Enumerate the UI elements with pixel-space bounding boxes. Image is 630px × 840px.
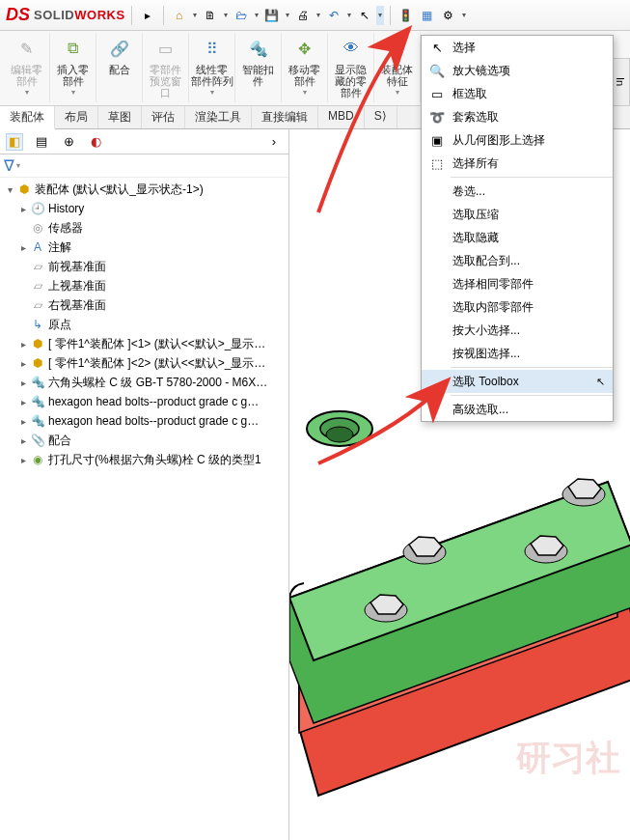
feature-filter-bar: ∇ ▾ bbox=[0, 154, 288, 178]
watermark-text: 研习社 bbox=[516, 735, 620, 782]
open-dd[interactable]: ▾ bbox=[253, 6, 260, 25]
tab-more[interactable]: S⟩ bbox=[365, 106, 397, 128]
tab-direct-edit[interactable]: 直接编辑 bbox=[252, 106, 318, 128]
menu-magnifier[interactable]: 🔍放大镜选项 bbox=[422, 59, 613, 82]
tree-history[interactable]: ▸🕘History bbox=[0, 199, 288, 218]
save-icon[interactable]: 💾 bbox=[262, 6, 282, 25]
tree-annotations[interactable]: ▸A注解 bbox=[0, 238, 288, 257]
select-cursor-icon[interactable]: ↖ bbox=[355, 6, 374, 25]
menu-select-all[interactable]: ⬚选择所有 bbox=[422, 152, 613, 175]
side-task-pane-button[interactable]: In bbox=[611, 58, 630, 106]
tree-part-2[interactable]: ▸⬢[ 零件1^装配体 ]<2> (默认<<默认>_显示… bbox=[0, 353, 288, 373]
logo-ds: DS bbox=[6, 5, 30, 25]
tree-top-plane[interactable]: ▱上视基准面 bbox=[0, 276, 288, 295]
insert-component-button[interactable]: ⧉插入零部件▾ bbox=[50, 33, 96, 102]
menu-select-suppressed[interactable]: 选取压缩 bbox=[422, 203, 613, 226]
menu-select-hidden[interactable]: 选取隐藏 bbox=[422, 226, 613, 249]
tab-assembly[interactable]: 装配体 bbox=[0, 106, 55, 129]
select-dd[interactable]: ▾ bbox=[376, 6, 384, 25]
menu-select[interactable]: ↖选择 bbox=[422, 36, 613, 59]
mate-button[interactable]: 🔗配合 bbox=[96, 33, 143, 102]
cursor-pointer-icon: ↖ bbox=[596, 376, 605, 388]
edit-component-button[interactable]: ✎编辑零部件▾ bbox=[4, 33, 50, 102]
new-icon[interactable]: 🗎 bbox=[201, 6, 220, 25]
open-icon[interactable]: 🗁 bbox=[232, 6, 251, 25]
tab-render[interactable]: 渲染工具 bbox=[185, 106, 252, 128]
tree-part-1[interactable]: ▸⬢[ 零件1^装配体 ]<1> (默认<<默认>_显示… bbox=[0, 334, 288, 353]
magnifier-icon: 🔍 bbox=[425, 61, 449, 80]
fm-config-icon[interactable]: ⊕ bbox=[60, 133, 77, 151]
menu-select-identical[interactable]: 选择相同零部件 bbox=[422, 272, 613, 295]
menu-box-select[interactable]: ▭框选取 bbox=[422, 82, 613, 105]
tab-sketch[interactable]: 草图 bbox=[98, 106, 142, 128]
print-icon[interactable]: 🖨 bbox=[293, 6, 313, 25]
show-hidden-button[interactable]: 👁显示隐藏的零部件 bbox=[328, 33, 374, 102]
home-dd[interactable]: ▾ bbox=[191, 6, 199, 25]
fm-expand-icon[interactable]: › bbox=[265, 133, 283, 151]
menu-select-by-view[interactable]: 按视图选择... bbox=[422, 342, 613, 365]
tab-evaluate[interactable]: 评估 bbox=[142, 106, 185, 128]
lasso-icon: ➰ bbox=[425, 107, 449, 126]
svg-marker-8 bbox=[568, 479, 601, 498]
geometry-select-icon: ▣ bbox=[425, 130, 449, 150]
options-icon[interactable]: ▦ bbox=[418, 6, 437, 25]
fm-tree-icon[interactable]: ◧ bbox=[6, 133, 23, 151]
fm-display-icon[interactable]: ◐ bbox=[87, 133, 104, 151]
tab-layout[interactable]: 布局 bbox=[55, 106, 98, 128]
title-bar: DS SOLIDWORKS ▸ ⌂ ▾ 🗎 ▾ 🗁 ▾ 💾 ▾ 🖨 ▾ ↶ ▾ … bbox=[0, 0, 630, 31]
svg-point-2 bbox=[326, 427, 353, 442]
expand-icon[interactable]: ▸ bbox=[138, 6, 157, 25]
settings-icon[interactable]: ⚙ bbox=[439, 6, 458, 25]
tree-hexbolt-2[interactable]: ▸🔩hexagon head bolts--product grade c g… bbox=[0, 411, 288, 431]
feature-panel-tabs: ◧ ▤ ⊕ ◐ › bbox=[0, 129, 288, 154]
settings-dd[interactable]: ▾ bbox=[460, 6, 468, 25]
select-all-icon: ⬚ bbox=[425, 154, 449, 173]
select-dropdown-menu: ↖选择 🔍放大镜选项 ▭框选取 ➰套索选取 ▣从几何图形上选择 ⬚选择所有 卷选… bbox=[421, 35, 614, 422]
print-dd[interactable]: ▾ bbox=[315, 6, 322, 25]
menu-select-internal[interactable]: 选取内部零部件 bbox=[422, 295, 613, 319]
filter-icon[interactable]: ∇ bbox=[4, 156, 14, 175]
tree-right-plane[interactable]: ▱右视基准面 bbox=[0, 295, 288, 315]
feature-tree[interactable]: ▾⬢装配体 (默认<默认_显示状态-1>) ▸🕘History ◎传感器 ▸A注… bbox=[0, 178, 288, 840]
tree-mates[interactable]: ▸📎配合 bbox=[0, 431, 288, 450]
menu-lasso-select[interactable]: ➰套索选取 bbox=[422, 105, 613, 128]
assembly-feature-button[interactable]: ◉装配体特征▾ bbox=[374, 33, 421, 102]
cursor-icon: ↖ bbox=[425, 38, 449, 57]
undo-dd[interactable]: ▾ bbox=[345, 6, 353, 25]
menu-select-from-geometry[interactable]: ▣从几何图形上选择 bbox=[422, 128, 613, 152]
undo-icon[interactable]: ↶ bbox=[324, 6, 343, 25]
svg-marker-10 bbox=[409, 537, 442, 556]
fm-property-icon[interactable]: ▤ bbox=[33, 133, 50, 151]
save-dd[interactable]: ▾ bbox=[284, 6, 291, 25]
menu-advanced-select[interactable]: 高级选取... bbox=[422, 398, 613, 421]
menu-select-mated-to[interactable]: 选取配合到... bbox=[422, 249, 613, 272]
tree-root[interactable]: ▾⬢装配体 (默认<默认_显示状态-1>) bbox=[0, 180, 288, 199]
tree-sensors[interactable]: ◎传感器 bbox=[0, 218, 288, 238]
linear-pattern-button[interactable]: ⠿线性零部件阵列▾ bbox=[189, 33, 235, 102]
logo-text: SOLIDWORKS bbox=[34, 8, 125, 22]
move-component-button[interactable]: ✥移动零部件▾ bbox=[282, 33, 328, 102]
menu-select-toolbox[interactable]: 选取 Toolbox↖ bbox=[422, 370, 613, 393]
tree-hole-wizard[interactable]: ▸◉打孔尺寸(%根据六角头螺)栓 C 级的类型1 bbox=[0, 450, 288, 469]
menu-volume-select[interactable]: 卷选... bbox=[422, 180, 613, 203]
smart-fastener-button[interactable]: 🔩智能扣件 bbox=[235, 33, 282, 102]
home-icon[interactable]: ⌂ bbox=[170, 6, 189, 25]
tree-origin[interactable]: ↳原点 bbox=[0, 315, 288, 334]
feature-manager-panel: ◧ ▤ ⊕ ◐ › ∇ ▾ ▾⬢装配体 (默认<默认_显示状态-1>) ▸🕘Hi… bbox=[0, 129, 289, 840]
tree-hexbolt-gb[interactable]: ▸🔩六角头螺栓 C 级 GB-T 5780-2000 - M6X… bbox=[0, 373, 288, 392]
menu-select-by-size[interactable]: 按大小选择... bbox=[422, 319, 613, 342]
component-preview-button[interactable]: ▭零部件预览窗口 bbox=[143, 33, 189, 102]
tree-front-plane[interactable]: ▱前视基准面 bbox=[0, 257, 288, 276]
box-select-icon: ▭ bbox=[425, 84, 449, 103]
tab-mbd[interactable]: MBD bbox=[318, 106, 365, 128]
tree-hexbolt-1[interactable]: ▸🔩hexagon head bolts--product grade c g… bbox=[0, 392, 288, 411]
rebuild-icon[interactable]: 🚦 bbox=[397, 6, 416, 25]
app-logo: DS SOLIDWORKS bbox=[6, 5, 125, 25]
new-dd[interactable]: ▾ bbox=[222, 6, 230, 25]
